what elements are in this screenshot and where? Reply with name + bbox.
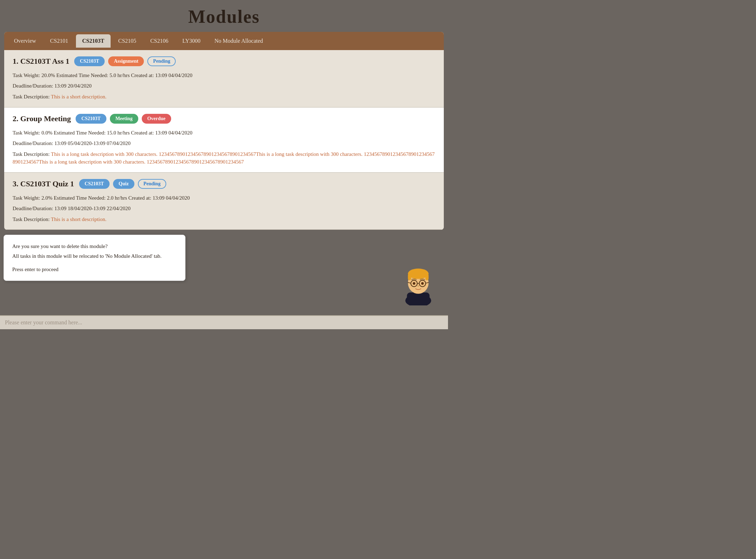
bottom-area: Are you sure you want to delete this mod… bbox=[0, 230, 448, 307]
svg-rect-1 bbox=[407, 292, 430, 304]
tab-cs2103t[interactable]: CS2103T bbox=[76, 34, 111, 48]
task-meta1-1: Task Weight: 20.0% Estimated Time Needed… bbox=[13, 71, 435, 80]
task-card-1: 1. CS2103T Ass 1CS2103TAssignmentPending… bbox=[4, 50, 444, 108]
task-type-badge-3: Quiz bbox=[113, 179, 134, 189]
task-desc-label-3: Task Description: bbox=[13, 216, 51, 222]
task-header-3: 3. CS2103T Quiz 1CS2103TQuizPending bbox=[13, 179, 435, 189]
svg-point-14 bbox=[417, 285, 419, 287]
task-type-badge-2: Meeting bbox=[110, 114, 138, 124]
task-description-3: Task Description: This is a short descri… bbox=[13, 215, 435, 223]
avatar bbox=[399, 263, 438, 307]
task-status-badge-1: Pending bbox=[147, 56, 176, 66]
task-card-2: 2. Group MeetingCS2103TMeetingOverdueTas… bbox=[4, 108, 444, 173]
task-number-title-2: 2. Group Meeting bbox=[13, 114, 71, 123]
tab-bar: OverviewCS2101CS2103TCS2105CS2106LY3000N… bbox=[4, 32, 444, 50]
task-type-badge-1: Assignment bbox=[108, 56, 144, 66]
task-header-2: 2. Group MeetingCS2103TMeetingOverdue bbox=[13, 114, 435, 124]
task-card-3: 3. CS2103T Quiz 1CS2103TQuizPendingTask … bbox=[4, 173, 444, 230]
page-title: Modules bbox=[0, 6, 448, 27]
task-meta1-3: Task Weight: 2.0% Estimated Time Needed:… bbox=[13, 194, 435, 202]
tasks-scroll-area[interactable]: 1. CS2103T Ass 1CS2103TAssignmentPending… bbox=[4, 50, 444, 230]
svg-point-12 bbox=[413, 282, 415, 285]
task-meta2-3: Deadline/Duration: 13:09 18/04/2020-13:0… bbox=[13, 204, 435, 213]
task-desc-content-3: This is a short description. bbox=[51, 216, 107, 222]
svg-rect-6 bbox=[425, 274, 428, 280]
command-input[interactable] bbox=[5, 319, 443, 326]
task-description-2: Task Description: This is a long task de… bbox=[13, 150, 435, 166]
task-header-1: 1. CS2103T Ass 1CS2103TAssignmentPending bbox=[13, 56, 435, 66]
command-bar bbox=[0, 315, 448, 329]
main-container: OverviewCS2101CS2103TCS2105CS2106LY3000N… bbox=[4, 32, 444, 230]
task-status-badge-3: Pending bbox=[138, 179, 166, 189]
task-meta2-1: Deadline/Duration: 13:09 20/04/2020 bbox=[13, 82, 435, 90]
task-desc-content-1: This is a short description. bbox=[51, 94, 107, 99]
tab-overview[interactable]: Overview bbox=[8, 34, 42, 48]
task-module-badge-3: CS2103T bbox=[79, 179, 110, 189]
svg-rect-5 bbox=[408, 274, 411, 280]
dialog-line3: Press enter to proceed bbox=[12, 265, 177, 274]
tab-no-module[interactable]: No Module Allocated bbox=[208, 34, 270, 48]
task-number-title-3: 3. CS2103T Quiz 1 bbox=[13, 179, 74, 188]
task-desc-label-1: Task Description: bbox=[13, 94, 51, 99]
task-module-badge-1: CS2103T bbox=[74, 56, 105, 66]
dialog-line1: Are you sure you want to delete this mod… bbox=[12, 242, 177, 250]
delete-confirmation-dialog: Are you sure you want to delete this mod… bbox=[4, 235, 186, 281]
task-meta1-2: Task Weight: 0.0% Estimated Time Needed:… bbox=[13, 129, 435, 137]
task-desc-content-2: This is a long task description with 300… bbox=[13, 151, 435, 165]
dialog-line2: All tasks in this module will be relocat… bbox=[12, 252, 177, 260]
tab-cs2101[interactable]: CS2101 bbox=[44, 34, 75, 48]
task-number-title-1: 1. CS2103T Ass 1 bbox=[13, 57, 69, 66]
task-meta2-2: Deadline/Duration: 13:09 05/04/2020-13:0… bbox=[13, 139, 435, 147]
svg-point-13 bbox=[421, 282, 424, 285]
tab-cs2105[interactable]: CS2105 bbox=[112, 34, 143, 48]
tab-ly3000[interactable]: LY3000 bbox=[176, 34, 207, 48]
task-status-badge-2: Overdue bbox=[142, 114, 171, 124]
tab-cs2106[interactable]: CS2106 bbox=[144, 34, 175, 48]
page-header: Modules bbox=[0, 0, 448, 32]
task-desc-label-2: Task Description: bbox=[13, 151, 51, 157]
task-description-1: Task Description: This is a short descri… bbox=[13, 93, 435, 101]
task-module-badge-2: CS2103T bbox=[76, 114, 106, 124]
